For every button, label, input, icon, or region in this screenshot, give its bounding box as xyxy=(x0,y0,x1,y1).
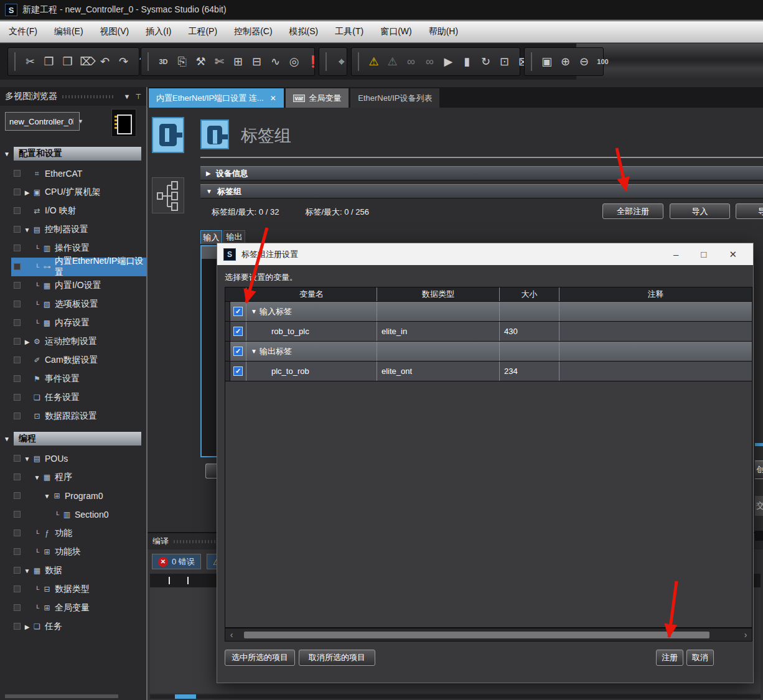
section-device-info[interactable]: ▶ 设备信息 xyxy=(200,166,763,180)
cancel-button[interactable]: 取消 xyxy=(686,650,714,666)
export-button[interactable]: 导出 xyxy=(736,203,763,219)
sidebar-item-motion-control-setup[interactable]: ▶⚙运动控制设置 xyxy=(0,332,146,351)
zoom-100-icon[interactable]: 100 xyxy=(596,58,609,65)
collapse-icon[interactable]: ▼ xyxy=(4,151,11,157)
sidebar-item-cpu-rack[interactable]: ▶▣CPU/扩展机架 xyxy=(0,183,146,202)
dialog-title-bar[interactable]: S 标签组注册设置 – □ ✕ xyxy=(217,243,753,265)
zoom-fit-icon[interactable]: ▣ xyxy=(540,55,553,68)
expand-icon[interactable]: ▶ xyxy=(22,623,32,630)
zoom-out-icon[interactable]: ⊖ xyxy=(578,55,591,68)
subtab-input[interactable]: 输入 xyxy=(200,230,222,244)
abort-icon[interactable]: ❗ xyxy=(306,55,319,68)
table-row-plc-to-rob[interactable]: ✓ plc_to_rob elite_ont 234 xyxy=(225,362,752,381)
row-checkbox[interactable]: ✓ xyxy=(233,366,243,376)
collapse-icon[interactable]: ▼ xyxy=(251,308,257,315)
menu-tools[interactable]: 工具(T) xyxy=(335,26,363,37)
sidebar-item-builtin-ethernet-ip-port-settings[interactable]: └⊶内置EtherNet/IP端口设置 xyxy=(0,258,146,276)
sidebar-item-memory-settings[interactable]: └▩内存设置 xyxy=(0,314,146,332)
select-checked-items-button[interactable]: 选中所选的项目 xyxy=(225,650,295,666)
import-button[interactable]: 导入 xyxy=(670,203,730,219)
sidebar-item-global-variables[interactable]: └⊞全局变量 xyxy=(0,599,146,617)
tab-ethernet-ip-device-list[interactable]: EtherNet/IP设备列表 xyxy=(350,88,439,108)
minimize-icon[interactable]: – xyxy=(673,249,678,260)
scroll-thumb[interactable] xyxy=(175,694,196,699)
collapse-icon[interactable]: ▼ xyxy=(22,567,32,574)
sidebar-item-operation-settings[interactable]: └▥操作设置 xyxy=(0,239,146,258)
dialog-hscrollbar[interactable]: ‹ › xyxy=(225,628,752,642)
section-config-row[interactable]: ▼ 配置和设置 xyxy=(0,147,146,161)
sidebar-item-ethercat[interactable]: ⌗EtherCAT xyxy=(0,164,146,183)
sidebar-item-controller-setup[interactable]: ▼▤控制器设置 xyxy=(0,220,146,239)
row-checkbox[interactable]: ✓ xyxy=(233,307,243,316)
copy-icon[interactable]: ❐ xyxy=(42,55,55,68)
rebuild-icon[interactable]: ✄ xyxy=(213,55,226,68)
tag-group-view-button[interactable] xyxy=(152,117,184,153)
sidebar-item-program0[interactable]: ▼⊞Program0 xyxy=(0,487,146,505)
sidebar-item-function-blocks[interactable]: └⊞功能块 xyxy=(0,543,146,561)
monitor-icon[interactable]: ∞ xyxy=(405,55,418,68)
collapse-icon[interactable]: ▼ xyxy=(32,474,42,481)
menu-help[interactable]: 帮助(H) xyxy=(429,26,458,37)
sidebar-item-data[interactable]: ▼▦数据 xyxy=(0,561,146,580)
build-hscrollbar[interactable] xyxy=(150,694,761,699)
menu-edit[interactable]: 编辑(E) xyxy=(54,26,83,37)
deselect-checked-items-button[interactable]: 取消所选的项目 xyxy=(299,650,375,666)
search-icon[interactable]: ◎ xyxy=(288,55,301,68)
collapse-icon[interactable]: ▼ xyxy=(22,226,32,233)
maximize-icon[interactable]: □ xyxy=(701,249,706,260)
sidebar-item-data-types[interactable]: └⊟数据类型 xyxy=(0,580,146,599)
tab-global-variables[interactable]: var 全局变量 xyxy=(286,88,349,108)
pin-icon[interactable]: ⊤ xyxy=(135,93,141,101)
connection-view-button[interactable] xyxy=(152,177,184,213)
close-icon[interactable]: ✕ xyxy=(270,94,276,103)
sidebar-item-option-board-settings[interactable]: └▧选项板设置 xyxy=(0,295,146,314)
delete-icon[interactable]: ⌦ xyxy=(80,55,93,68)
go-online-icon[interactable]: ⚠ xyxy=(367,55,380,68)
register-button[interactable]: 注册 xyxy=(656,650,683,666)
section-programming-row[interactable]: ▼ 编程 xyxy=(0,432,146,446)
register-all-button[interactable]: 全部注册 xyxy=(602,203,663,219)
menu-window[interactable]: 窗口(W) xyxy=(380,26,412,37)
menu-file[interactable]: 文件(F) xyxy=(9,26,37,37)
paste-icon[interactable]: ❒ xyxy=(61,55,74,68)
collapse-icon[interactable]: ▼ xyxy=(4,436,11,442)
scroll-thumb[interactable] xyxy=(244,632,709,638)
subtab-output[interactable]: 输出 xyxy=(223,230,245,244)
sidebar-item-programs[interactable]: ▼▦程序 xyxy=(0,468,146,487)
close-icon[interactable]: ✕ xyxy=(729,249,737,260)
expand-icon[interactable]: ▶ xyxy=(22,189,32,196)
row-checkbox[interactable]: ✓ xyxy=(233,327,243,336)
program-check-icon[interactable]: ⊞ xyxy=(232,55,245,68)
3d-view-icon[interactable]: 3D xyxy=(157,58,170,65)
expand-icon[interactable]: ▶ xyxy=(206,170,211,177)
menu-project[interactable]: 工程(P) xyxy=(188,26,217,37)
row-checkbox[interactable]: ✓ xyxy=(233,347,243,356)
sidebar-item-data-trace-settings[interactable]: ⊡数据跟踪设置 xyxy=(0,407,146,426)
go-offline-icon[interactable]: ⚠ xyxy=(386,55,399,68)
collapse-icon[interactable]: ▼ xyxy=(206,188,212,195)
zoom-in-icon[interactable]: ⊕ xyxy=(559,55,572,68)
menu-insert[interactable]: 插入(I) xyxy=(146,26,171,37)
transfer-to-controller-icon[interactable]: ⊡ xyxy=(498,55,511,68)
section-tag-group[interactable]: ▼ 标签组 xyxy=(200,184,763,198)
build-icon[interactable]: ⚒ xyxy=(194,55,207,68)
table-row-rob-to-plc[interactable]: ✓ rob_to_plc elite_in 430 xyxy=(225,322,752,342)
synchronize-icon[interactable]: ↻ xyxy=(479,55,492,68)
new-window-icon[interactable]: ⎘ xyxy=(176,55,189,68)
menu-simulation[interactable]: 模拟(S) xyxy=(289,26,319,37)
expand-icon[interactable]: ▶ xyxy=(22,338,32,345)
run-mode-icon[interactable]: ▶ xyxy=(442,55,455,68)
sidebar-item-io-map[interactable]: ⇄I/O 映射 xyxy=(0,202,146,220)
menu-controller[interactable]: 控制器(C) xyxy=(234,26,272,37)
sidebar-item-tasks[interactable]: ▶❏任务 xyxy=(0,617,146,636)
sidebar-item-functions[interactable]: └ƒ功能 xyxy=(0,524,146,543)
sidebar-item-pous[interactable]: ▼▤POUs xyxy=(0,449,146,468)
online-edit-icon[interactable]: ⌖ xyxy=(335,55,348,68)
tab-ethernet-ip-port-settings[interactable]: 内置EtherNet/IP端口设置 连... ✕ xyxy=(149,88,284,108)
undo-icon[interactable]: ↶ xyxy=(98,55,111,68)
sidebar-item-task-settings[interactable]: ❏任务设置 xyxy=(0,388,146,407)
sidebar-item-section0[interactable]: └▥Section0 xyxy=(0,505,146,524)
redo-icon[interactable]: ↷ xyxy=(117,55,130,68)
menu-view[interactable]: 视图(V) xyxy=(100,26,129,37)
sidebar-item-event-settings[interactable]: ⚑事件设置 xyxy=(0,370,146,388)
